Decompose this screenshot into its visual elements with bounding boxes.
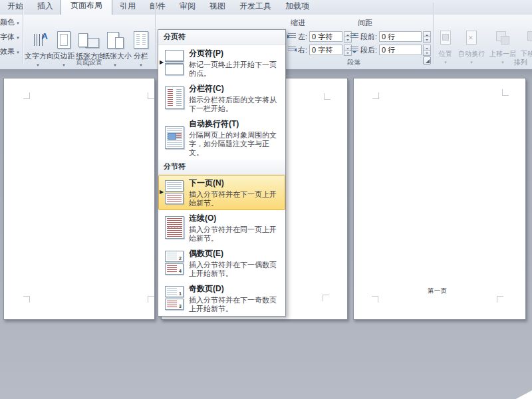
button-label: 自动换行	[456, 49, 487, 59]
break-arrow-icon: ▶	[160, 189, 164, 195]
menu-item-desc: 插入分节符并在下一页上开始新节。	[189, 190, 281, 207]
paper-size-icon	[102, 31, 128, 49]
indent-left-input[interactable]	[309, 31, 342, 42]
indent-left-row: 左:	[288, 31, 352, 43]
spin-down-icon[interactable]	[423, 37, 431, 43]
button-label: 下移一层	[519, 49, 532, 59]
tab-developer[interactable]: 开发工具	[233, 0, 278, 15]
group-label-arrange: 排列	[466, 58, 532, 67]
chevron-down-icon: ▼	[16, 36, 20, 40]
spin-down-icon[interactable]	[423, 51, 431, 56]
field-label: 段后:	[360, 45, 377, 55]
menu-item-odd-page[interactable]: 1 3 奇数页(D) 插入分节符并在下一奇数页上开始新节。	[158, 281, 285, 316]
menu-item-desc: 插入分节符并在同一页上开始新节。	[189, 225, 281, 243]
margins-icon	[53, 31, 75, 49]
margin-mark	[502, 89, 509, 96]
indent-right-input[interactable]	[309, 45, 342, 55]
position-button[interactable]: 位置 ▼	[436, 31, 456, 70]
tab-insert[interactable]: 插入	[31, 0, 60, 15]
field-label: 右:	[298, 45, 307, 55]
breaks-dropdown-menu: 分页符 ▶ 分页符(P) 标记一页终止并开始下一页的点。 分栏符(C) 指示分栏…	[158, 29, 286, 317]
spin-up-icon[interactable]	[423, 45, 431, 51]
menu-item-text-wrap[interactable]: 自动换行符(T) 分隔网页上的对象周围的文字，如分隔题注文字与正文。	[158, 116, 285, 160]
page-break-icon: ▶	[160, 47, 189, 78]
field-label: 段前:	[360, 32, 377, 42]
bring-forward-icon	[495, 31, 510, 47]
menu-item-title: 奇数页(D)	[189, 283, 281, 295]
text-direction-icon: A	[25, 31, 51, 49]
spacing-before-row: 段前:	[350, 31, 431, 43]
margin-mark	[372, 92, 379, 99]
tab-addins[interactable]: 加载项	[279, 0, 316, 15]
margin-mark	[23, 296, 30, 303]
field-label: 左:	[298, 32, 307, 42]
theme-colors-label: 颜色	[0, 18, 15, 26]
menu-item-title: 分页符(P)	[189, 48, 281, 59]
spacing-after-input[interactable]	[379, 45, 422, 55]
menu-item-continuous[interactable]: 连续(O) 插入分节符并在同一页上开始新节。	[158, 210, 285, 245]
tab-page-layout[interactable]: 页面布局	[61, 0, 112, 15]
document-page-left[interactable]	[3, 78, 155, 320]
column-break-icon	[160, 82, 189, 113]
menu-item-desc: 插入分节符并在下一偶数页上开始新节。	[189, 261, 281, 278]
theme-effects-button[interactable]: 效果▼	[0, 47, 23, 57]
tab-references[interactable]: 引用	[113, 0, 142, 15]
indent-left-icon	[288, 33, 296, 41]
menu-item-page-break[interactable]: ▶ 分页符(P) 标记一页终止并开始下一页的点。	[158, 45, 285, 80]
tab-mailings[interactable]: 邮件	[143, 0, 172, 15]
send-backward-icon	[527, 31, 532, 47]
spacing-after-stepper[interactable]	[423, 45, 431, 56]
margin-mark	[372, 296, 378, 303]
menu-item-next-page[interactable]: ▶ 下一页(N) 插入分节符并在下一页上开始新节。	[158, 175, 285, 210]
spacing-before-input[interactable]	[379, 31, 422, 42]
section-continuous-icon	[160, 212, 189, 243]
menu-item-column-break[interactable]: 分栏符(C) 指示分栏符后面的文字将从下一栏开始。	[158, 80, 285, 116]
group-divider	[433, 3, 434, 64]
menu-item-desc: 插入分节符并在下一奇数页上开始新节。	[189, 296, 281, 313]
text-wrap-break-icon	[160, 118, 189, 157]
section-next-page-icon: ▶	[160, 177, 189, 207]
ribbon-tab-bar: 开始 插入 页面布局 引用 邮件 审阅 视图 开发工具 加载项	[0, 0, 532, 15]
group-label-paragraph: 段落	[287, 58, 420, 67]
section-odd-page-icon: 1 3	[160, 283, 189, 313]
spin-up-icon[interactable]	[423, 31, 431, 37]
page-number-glyph: 3	[179, 304, 182, 309]
tab-review[interactable]: 审阅	[173, 0, 202, 15]
tab-view[interactable]: 视图	[203, 0, 232, 15]
button-label: 位置	[436, 49, 456, 59]
margin-mark	[497, 296, 503, 303]
paragraph-dialog-launcher[interactable]	[423, 57, 431, 65]
margin-mark	[148, 296, 154, 303]
chevron-down-icon: ▼	[16, 21, 20, 25]
menu-item-title: 自动换行符(T)	[189, 118, 281, 130]
orientation-icon	[76, 31, 101, 49]
tab-home[interactable]: 开始	[1, 0, 30, 15]
spacing-before-stepper[interactable]	[423, 31, 431, 43]
group-divider	[155, 3, 156, 64]
wrap-text-icon: ✕	[464, 31, 479, 47]
margin-mark	[324, 93, 331, 100]
group-divider	[23, 3, 23, 64]
document-page-right[interactable]: 第一页	[353, 78, 526, 320]
menu-section-header-section-breaks: 分节符	[158, 160, 285, 175]
position-icon	[438, 31, 453, 47]
section-even-page-icon: 2 4	[160, 247, 189, 278]
theme-colors-button[interactable]: 颜色▼	[0, 17, 23, 27]
background-wedge	[386, 390, 532, 399]
chevron-down-icon: ▼	[16, 51, 20, 55]
theme-fonts-button[interactable]: 字体▼	[0, 32, 23, 42]
menu-section-header-page-breaks: 分页符	[158, 30, 285, 45]
margin-mark	[323, 295, 329, 301]
group-label-page-setup: 页面设置	[23, 58, 155, 67]
spacing-after-row: 段后:	[350, 44, 431, 56]
spacing-before-icon	[350, 33, 358, 41]
indent-right-icon	[288, 47, 296, 54]
menu-item-even-page[interactable]: 2 4 偶数页(E) 插入分节符并在下一偶数页上开始新节。	[158, 245, 285, 281]
indent-right-row: 右:	[288, 44, 352, 56]
indent-title: 缩进	[291, 18, 305, 28]
theme-effects-label: 效果	[0, 47, 15, 55]
page-number-glyph: 1	[179, 291, 182, 296]
menu-item-title: 分栏符(C)	[189, 83, 281, 94]
page-body-text: 第一页	[428, 287, 448, 295]
menu-item-desc: 指示分栏符后面的文字将从下一栏开始。	[189, 96, 281, 113]
